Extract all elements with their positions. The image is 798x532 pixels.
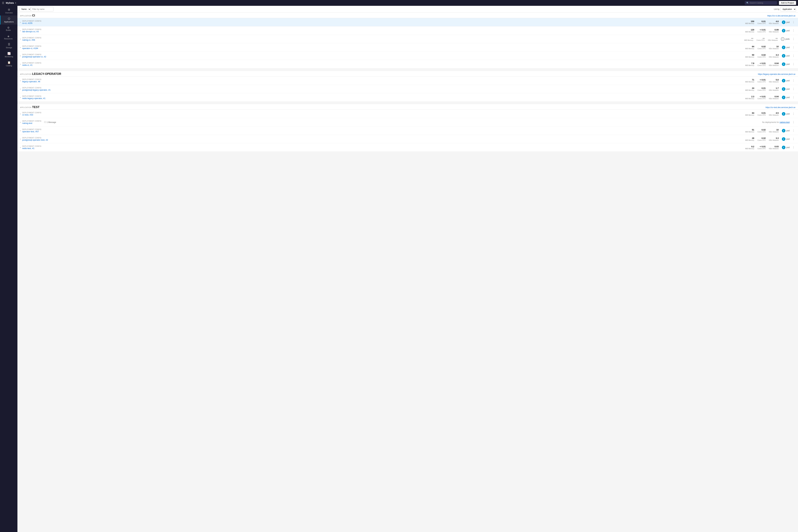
expand-icon-operator-ci[interactable]: › [20, 46, 21, 49]
app-title-text: MyData [6, 2, 14, 4]
row-menu-cv-ci[interactable]: ⋮ [792, 20, 795, 24]
app-link-test[interactable]: https://cv-test.dev.services.jtech.se [765, 106, 795, 109]
metrics-redis-test: 9.2MiB Memory < 0.01Cores CPU 0.03KB/s N… [745, 145, 779, 150]
sidebar-item-storage[interactable]: 🗄 Storage [0, 41, 17, 50]
deploy-name-operator-ci[interactable]: operator-ci, #184 [22, 47, 41, 50]
pod-label: pod [786, 88, 790, 90]
deploy-config-label: DEPLOYMENT CONFIG [22, 129, 41, 130]
row-menu-redis-ci[interactable]: ⋮ [792, 62, 795, 66]
search-input[interactable] [750, 2, 772, 4]
expand-icon-pg-op-ci[interactable]: › [20, 55, 21, 57]
list-by-label: List by [774, 8, 779, 10]
app-section-ci: APPLICATION CI https://cv-ci.dev.service… [17, 13, 798, 69]
expand-icon-cv-test[interactable]: › [20, 113, 21, 115]
deploy-name-cv-ci[interactable]: cv-ci, #155 [22, 22, 41, 24]
expand-icon-natreg-test[interactable]: › [20, 121, 21, 124]
deploy-config-label: DEPLOYMENT CONFIG [22, 87, 51, 89]
row-menu-operator-ci[interactable]: ⋮ [792, 45, 795, 49]
deploy-name-pg-op-test[interactable]: postgresql-operator-test, #2 [22, 139, 48, 141]
deploy-info-natreg-test: DEPLOYMENT CONFIG natreg-test [22, 120, 41, 125]
expand-icon-redis-legacy[interactable]: › [20, 96, 21, 98]
row-menu-redis-test[interactable]: ⋮ [792, 146, 795, 149]
main-layout: ⊞ Overview ⬡ Applications ⚙ Builds › ◈ R… [0, 6, 798, 532]
sidebar-label-overview: Overview [5, 12, 13, 14]
catalog-icon: 📋 [7, 61, 11, 64]
storage-icon: 🗄 [8, 43, 10, 46]
metrics-redis-legacy: 2.3MiB Memory < 0.01Cores CPU 0.04KB/s N… [745, 95, 779, 99]
applications-icon: ⬡ [8, 17, 10, 20]
deploy-name-natreg-ci[interactable]: natreg-ci, #56 [22, 39, 41, 41]
hamburger-icon[interactable]: ☰ [2, 1, 4, 4]
add-to-project-button[interactable]: Add to Project [779, 1, 796, 5]
list-by-select[interactable]: Application [780, 7, 796, 12]
sidebar-item-builds[interactable]: ⚙ Builds › [0, 24, 17, 33]
deploy-name-lab-devops[interactable]: lab-devops-cv, #3 [22, 30, 41, 33]
row-menu-natreg-test[interactable]: ⋮ [792, 120, 795, 124]
row-menu-pg-legacy[interactable]: ⋮ [792, 87, 795, 91]
sidebar-item-overview[interactable]: ⊞ Overview [0, 6, 17, 16]
deploy-info-pg-op-ci: DEPLOYMENT CONFIG postgresql-operator-ci… [22, 54, 46, 58]
deploy-name-legacy-op[interactable]: legacy-operator, #6 [22, 80, 41, 83]
content-area: Name List by Application APPLICATION CI … [17, 6, 798, 532]
pod-icon: 1 [782, 137, 785, 141]
expand-icon-lab-devops[interactable]: › [20, 30, 21, 32]
metrics-legacy-op: 71MiB Memory < 0.01Cores CPU 5.8KB/s Net… [745, 79, 779, 83]
pod-label: pod [786, 55, 790, 57]
expand-icon-legacy-op[interactable]: › [20, 79, 21, 82]
expand-icon-pg-op-test[interactable]: › [20, 138, 21, 140]
list-by-group: List by Application [774, 7, 796, 12]
filter-type-select[interactable]: Name [19, 7, 31, 12]
row-menu-natreg-ci[interactable]: ⋮ [792, 37, 795, 41]
deploy-name-redis-ci[interactable]: redis-ci, #1 [22, 64, 41, 66]
deploy-name-natreg-test[interactable]: natreg-test [22, 122, 41, 125]
app-name-ci: CI [32, 14, 35, 17]
deploy-name-redis-test[interactable]: redis-test, #1 [22, 147, 41, 150]
resources-icon: ◈ [7, 35, 10, 38]
app-link-legacy-op[interactable]: https://legacy-operator.dev.services.jte… [758, 73, 795, 75]
pod-badge-redis-test: 1 pod [782, 146, 790, 149]
row-menu-operator-test[interactable]: ⋮ [792, 129, 795, 132]
deploy-name-operator-test[interactable]: operator-test, #57 [22, 130, 41, 133]
deploy-row-cv-ci: › DEPLOYMENT CONFIG cv-ci, #155 150 MiB … [17, 18, 798, 26]
row-menu-lab-devops[interactable]: ⋮ [792, 29, 795, 33]
expand-icon-cv-ci[interactable]: › [20, 21, 21, 23]
cpu-value: 0.01 [762, 20, 765, 23]
deploy-config-label: DEPLOYMENT CONFIG [22, 20, 41, 22]
deploy-name-cv-test[interactable]: cv-test, #33 [22, 114, 41, 116]
sidebar-item-resources[interactable]: ◈ Resources › [0, 33, 17, 41]
row-menu-pg-op-test[interactable]: ⋮ [792, 137, 795, 141]
deploy-name-redis-legacy[interactable]: redis-legacy-operator, #1 [22, 97, 45, 99]
deploy-name-pg-op-ci[interactable]: postgresql-operator-ci, #2 [22, 56, 46, 58]
pod-icon: 1 [782, 62, 785, 66]
row-menu-cv-test[interactable]: ⋮ [792, 112, 795, 116]
expand-icon-redis-ci[interactable]: › [20, 63, 21, 65]
metrics-redis-ci: 7.9MiB Memory < 0.01Cores CPU 0.04KB/s N… [745, 62, 779, 66]
app-link-ci[interactable]: https://cv-ci.dev.services.jtech.se [767, 15, 795, 17]
deploy-name-pg-legacy[interactable]: postgresql-legacy-operator, #1 [22, 89, 51, 91]
expand-icon-operator-test[interactable]: › [20, 130, 21, 132]
deploy-row-operator-test: › DEPLOYMENT CONFIG operator-test, #57 5… [17, 127, 798, 135]
no-deploy-link[interactable]: natreg-test [780, 121, 790, 124]
pod-label: pod [786, 46, 790, 49]
search-bar[interactable]: 🔍 [745, 1, 777, 5]
expand-icon-pg-legacy[interactable]: › [20, 88, 21, 90]
pod-badge-natreg-ci: 0 pods [781, 37, 790, 41]
title-dropdown-icon[interactable]: ▼ [15, 2, 17, 4]
sidebar-label-catalog: Catalog [6, 65, 12, 67]
cpu-label: Cores CPU [758, 23, 766, 24]
deploy-info-redis-legacy: DEPLOYMENT CONFIG redis-legacy-operator,… [22, 95, 45, 99]
sidebar-item-monitoring[interactable]: 📈 Monitoring [0, 50, 17, 59]
expand-icon-natreg-ci[interactable]: › [20, 38, 21, 40]
pod-badge-pg-legacy: 1 pod [782, 87, 790, 91]
network-metric: 4.6 KB/s Network [769, 20, 779, 24]
row-menu-redis-legacy[interactable]: ⋮ [792, 95, 795, 99]
pod-label: pod [786, 113, 790, 115]
row-menu-legacy-op[interactable]: ⋮ [792, 79, 795, 82]
sidebar-item-applications[interactable]: ⬡ Applications [0, 16, 17, 24]
deploy-row-natreg-ci: › DEPLOYMENT CONFIG natreg-ci, #56 —MiB … [17, 35, 798, 43]
pod-icon: 1 [782, 20, 785, 24]
filter-input[interactable] [31, 7, 53, 12]
expand-icon-redis-test[interactable]: › [20, 146, 21, 149]
row-menu-pg-op-ci[interactable]: ⋮ [792, 54, 795, 58]
sidebar-item-catalog[interactable]: 📋 Catalog [0, 59, 17, 69]
